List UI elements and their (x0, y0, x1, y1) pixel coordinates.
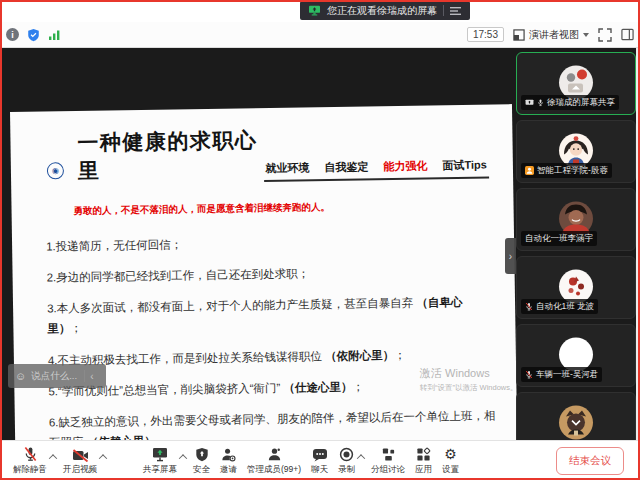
member-icon (525, 166, 534, 175)
participant-label: 自动化一班李涵宇 (521, 231, 597, 246)
participant-name: 自动化1班 龙波 (536, 301, 594, 313)
camera-off-icon (72, 449, 89, 462)
divider (84, 370, 85, 382)
participant-name: 智能工程学院-殷蓉 (537, 165, 608, 177)
watching-screen-banner: 您正在观看徐瑞成的屏幕 (300, 1, 470, 20)
school-logo: ◉ (47, 162, 64, 179)
fullscreen-icon[interactable] (598, 28, 612, 42)
share-screen-label: 共享屏幕 (143, 464, 177, 476)
chat-button[interactable]: 聊天 (311, 446, 328, 476)
manage-members-label: 管理成员(99+) (247, 464, 301, 476)
nav-item-ability[interactable]: 能力强化 (383, 158, 427, 174)
notification-bar: 您正在观看徐瑞成的屏幕 (0, 0, 640, 22)
sidebar-scrollbar[interactable] (636, 48, 640, 440)
list-item: 2.身边的同学都已经找到工作，自己还在到处求职； (46, 261, 494, 288)
breakout-rooms-button[interactable]: 分组讨论 (371, 446, 405, 476)
unmute-label: 解除静音 (13, 464, 47, 476)
participant-name: 徐瑞成的屏幕共享 (547, 97, 615, 109)
participant-label: 智能工程学院-殷蓉 (521, 163, 612, 178)
security-label: 安全 (193, 464, 210, 476)
participant-name: 自动化一班李涵宇 (525, 233, 593, 245)
screen-share-icon (525, 99, 534, 107)
share-screen-icon (152, 447, 168, 462)
participants-sidebar: 徐瑞成的屏幕共享 智能工程学院-殷蓉 自动化一班李涵宇 (516, 52, 636, 440)
participant-tile[interactable] (516, 392, 636, 440)
end-meeting-button[interactable]: 结束会议 (556, 447, 624, 475)
chat-quick-input[interactable]: ☺ 说点什么... ‹ (8, 364, 106, 388)
security-shield-icon[interactable] (27, 28, 40, 42)
slide-nav: 就业环境 自我鉴定 能力强化 面试Tips (263, 157, 489, 182)
chat-placeholder[interactable]: 说点什么... (31, 370, 77, 383)
nav-item-employment[interactable]: 就业环境 (265, 160, 309, 176)
video-options-chevron[interactable] (99, 454, 107, 462)
nav-item-interview-tips[interactable]: 面试Tips (442, 158, 487, 174)
apps-button[interactable]: 应用 (415, 446, 432, 476)
manage-members-button[interactable]: 管理成员(99+) (247, 446, 301, 476)
participant-label: 自动化1班 龙波 (521, 299, 598, 314)
view-mode-label: 演讲者视图 (529, 28, 579, 42)
participant-label: 徐瑞成的屏幕共享 (521, 95, 619, 110)
share-options-chevron[interactable] (179, 454, 187, 462)
shield-icon (195, 447, 209, 462)
slide-header: ◉ 一种健康的求职心里 就业环境 自我鉴定 能力强化 面试Tips (34, 122, 489, 185)
members-icon (267, 447, 282, 462)
item-tail: ； (70, 322, 82, 334)
mic-options-chevron[interactable] (49, 454, 57, 462)
list-item: 1.投递简历，无任何回信； (46, 229, 494, 256)
item-tail: ； (394, 348, 406, 360)
layout-icon (513, 29, 525, 41)
meeting-time: 17:53 (467, 27, 504, 42)
item-text: 1.投递简历，无任何回信； (46, 238, 182, 252)
apps-icon (416, 447, 431, 462)
shared-screen-area: ◉ 一种健康的求职心里 就业环境 自我鉴定 能力强化 面试Tips 勇敢的人，不… (0, 48, 640, 440)
settings-label: 设置 (442, 464, 459, 476)
participant-tile[interactable]: 车辆一班-吴河君 (516, 324, 636, 387)
participant-tile[interactable]: 自动化1班 龙波 (516, 256, 636, 319)
screen-share-icon (308, 5, 321, 16)
invite-button[interactable]: 邀请 (220, 446, 237, 476)
meeting-info-icon[interactable]: i (6, 28, 19, 41)
start-video-label: 开启视频 (63, 464, 97, 476)
item-text: 2.身边的同学都已经找到工作，自己还在到处求职； (47, 267, 310, 283)
participant-tile[interactable]: 智能工程学院-殷蓉 (516, 120, 636, 183)
security-button[interactable]: 安全 (193, 446, 210, 476)
nav-item-self-assess[interactable]: 自我鉴定 (324, 159, 368, 175)
start-video-button[interactable]: 开启视频 (63, 446, 97, 476)
participant-tile[interactable]: 自动化一班李涵宇 (516, 188, 636, 251)
slide-highlight-text: 勇敢的人，不是不落泪的人，而是愿意含着泪继续奔跑的人。 (73, 198, 489, 218)
meeting-window: 您正在观看徐瑞成的屏幕 i 17:53 演讲者视图 ◉ 一种健康 (0, 0, 640, 480)
breakout-label: 分组讨论 (371, 464, 405, 476)
watermark-line2: 转到“设置”以激活 Windows。 (420, 383, 518, 393)
network-signal-icon[interactable] (48, 29, 61, 41)
slide-list: 1.投递简历，无任何回信； 2.身边的同学都已经找到工作，自己还在到处求职； 3… (46, 229, 497, 440)
settings-button[interactable]: ⚙ 设置 (442, 446, 459, 476)
item-tail: ； (352, 380, 364, 392)
list-item: 6.缺乏独立的意识，外出需要父母或者同学、朋友的陪伴，希望以后在一个单位上班，相… (49, 405, 498, 440)
apps-label: 应用 (415, 464, 432, 476)
participant-label: 车辆一班-吴河君 (521, 367, 602, 382)
share-screen-button[interactable]: 共享屏幕 (143, 446, 177, 476)
unmute-button[interactable]: 解除静音 (13, 446, 47, 476)
record-options-chevron[interactable] (357, 454, 365, 462)
invite-icon (221, 447, 236, 462)
view-mode-button[interactable]: 演讲者视图 (513, 28, 589, 42)
divider (443, 5, 444, 16)
sidebar-collapse-handle[interactable]: › (505, 238, 516, 274)
mic-on-icon (537, 98, 544, 107)
chevron-down-icon (583, 33, 589, 37)
emoji-icon[interactable]: ☺ (15, 370, 26, 382)
toolbar-right-controls: 17:53 演讲者视图 (467, 27, 634, 42)
watermark-line1: 激活 Windows (420, 366, 518, 381)
side-panel-icon[interactable] (621, 28, 634, 41)
item-bold: （仕途心里） (283, 380, 352, 393)
collapse-chat-icon[interactable]: ‹ (90, 371, 93, 382)
chat-label: 聊天 (311, 464, 328, 476)
banner-menu-icon[interactable] (450, 6, 462, 16)
participant-name: 车辆一班-吴河君 (536, 369, 598, 381)
record-button[interactable]: 录制 (338, 446, 355, 476)
toolbar-left-icons: i (6, 28, 61, 42)
participant-tile-screen-share[interactable]: 徐瑞成的屏幕共享 (516, 52, 636, 115)
item-text: 3.本人多次面试，都没有面上，对于个人的能力产生质疑，甚至自暴自弃 (47, 297, 416, 315)
gear-icon: ⚙ (444, 447, 457, 462)
list-item: 3.本人多次面试，都没有面上，对于个人的能力产生质疑，甚至自暴自弃 （自卑心里）… (47, 292, 496, 339)
